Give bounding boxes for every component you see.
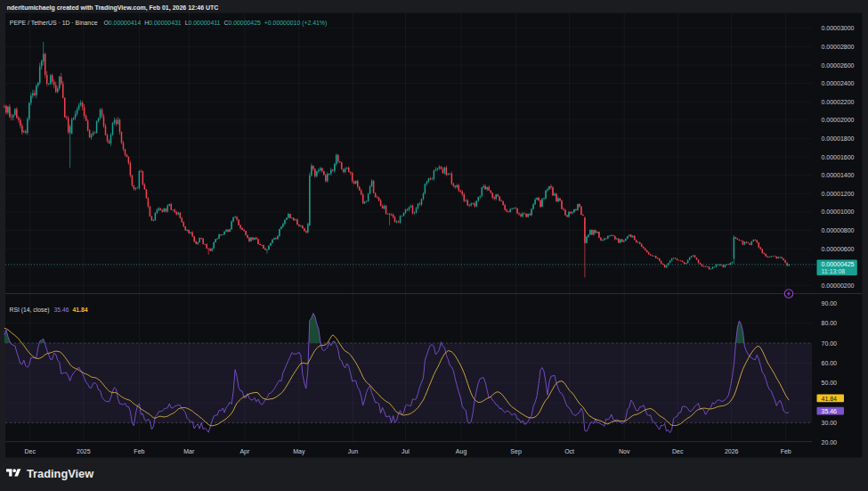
svg-text:70.00: 70.00	[822, 340, 838, 347]
svg-text:0.00002600: 0.00002600	[822, 62, 855, 69]
svg-text:0.00001200: 0.00001200	[822, 191, 855, 197]
svg-text:Nov: Nov	[619, 448, 630, 454]
svg-text:TradingView: TradingView	[27, 467, 93, 480]
svg-text:0.00003000: 0.00003000	[822, 25, 855, 31]
svg-text:20.00: 20.00	[822, 439, 838, 446]
svg-text:0.00001400: 0.00001400	[822, 172, 855, 178]
svg-text:0.00002400: 0.00002400	[822, 80, 855, 86]
svg-text:60.00: 60.00	[822, 360, 838, 366]
svg-text:Mar: Mar	[183, 448, 195, 454]
svg-text:30.00: 30.00	[822, 420, 838, 426]
svg-text:Feb: Feb	[781, 448, 791, 454]
svg-text:0.00002200: 0.00002200	[822, 99, 855, 105]
svg-text:Sep: Sep	[510, 448, 522, 455]
svg-text:0.00000425: 0.00000425	[822, 261, 855, 267]
svg-text:Dec: Dec	[672, 448, 684, 454]
svg-text:Jul: Jul	[402, 448, 410, 454]
svg-text:Oct: Oct	[564, 448, 574, 454]
svg-text:PEPE / TetherUS · 1D · Binance: PEPE / TetherUS · 1D · BinanceO0.0000041…	[10, 20, 328, 27]
svg-text:Feb: Feb	[134, 448, 144, 454]
svg-text:35.46: 35.46	[822, 408, 838, 414]
svg-text:0.00001000: 0.00001000	[822, 209, 855, 215]
svg-text:0.00000800: 0.00000800	[822, 227, 855, 233]
svg-text:11:13:08: 11:13:08	[822, 268, 846, 274]
svg-text:41.84: 41.84	[822, 396, 838, 402]
svg-text:nderitumichaelg created with T: nderitumichaelg created with TradingView…	[7, 4, 219, 12]
svg-text:0.00000200: 0.00000200	[822, 282, 855, 289]
svg-text:90.00: 90.00	[822, 300, 838, 307]
svg-text:May: May	[293, 448, 305, 455]
svg-text:2026: 2026	[725, 448, 739, 454]
svg-text:0.00002000: 0.00002000	[822, 117, 855, 123]
svg-text:0.00000600: 0.00000600	[822, 246, 855, 252]
svg-text:2025: 2025	[77, 448, 91, 454]
svg-text:Jun: Jun	[348, 448, 358, 454]
svg-text:0.00002800: 0.00002800	[822, 44, 855, 50]
svg-text:Dec: Dec	[25, 448, 37, 454]
svg-text:50.00: 50.00	[822, 380, 838, 386]
svg-text:0.00001800: 0.00001800	[822, 135, 855, 142]
svg-text:Apr: Apr	[239, 448, 250, 455]
svg-text:Aug: Aug	[456, 448, 467, 455]
svg-text:80.00: 80.00	[822, 320, 838, 326]
svg-text:0.00001600: 0.00001600	[822, 154, 855, 160]
svg-text:RSI (14, close)35.4641.84: RSI (14, close)35.4641.84	[10, 307, 88, 314]
